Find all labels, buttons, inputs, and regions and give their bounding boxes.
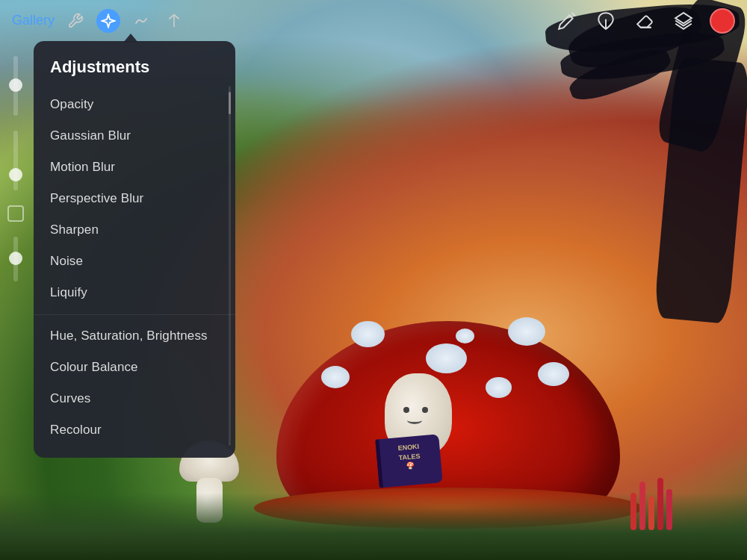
toolbar-left: Gallery (12, 9, 554, 33)
adjustment-item-curves[interactable]: Curves (34, 383, 235, 414)
panel-scrollbar-thumb[interactable] (229, 92, 231, 114)
adjustment-item-sharpen[interactable]: Sharpen (34, 214, 235, 246)
panel-scrollbar (229, 86, 231, 446)
toolbar: Gallery (0, 0, 747, 41)
adjustment-item-liquify[interactable]: Liquify (34, 277, 235, 308)
flowers (630, 478, 672, 530)
brush-size-slider[interactable] (13, 56, 18, 116)
transform-tool[interactable] (162, 9, 186, 33)
left-sidebar (0, 41, 31, 560)
opacity-slider[interactable] (13, 131, 18, 190)
eraser-tool[interactable] (632, 8, 657, 34)
book: ENOKITALES🍄 (375, 434, 442, 488)
adjustment-item-motion-blur[interactable]: Motion Blur (34, 152, 235, 183)
adjustments-tool[interactable] (96, 9, 120, 33)
pen-tool[interactable] (554, 8, 580, 34)
toolbar-right (554, 8, 735, 34)
wrench-tool[interactable] (63, 9, 87, 33)
smudge-tool[interactable] (129, 9, 153, 33)
svg-line-1 (572, 13, 575, 16)
adjustment-item-perspective-blur[interactable]: Perspective Blur (34, 183, 235, 214)
layers-tool[interactable] (671, 8, 696, 34)
panel-arrow (123, 34, 138, 43)
color-swatch[interactable] (710, 8, 735, 34)
adjustment-item-gaussian-blur[interactable]: Gaussian Blur (34, 120, 235, 152)
adjustments-panel: Adjustments OpacityGaussian BlurMotion B… (34, 41, 235, 458)
adjustment-item-noise[interactable]: Noise (34, 246, 235, 277)
adjustment-item-recolour[interactable]: Recolour (34, 414, 235, 446)
adjustment-item-hue-saturation-brightness[interactable]: Hue, Saturation, Brightness (34, 314, 235, 352)
adjustment-item-opacity[interactable]: Opacity (34, 89, 235, 120)
adjustment-items-container: OpacityGaussian BlurMotion BlurPerspecti… (34, 89, 235, 446)
flow-slider[interactable] (13, 237, 18, 281)
ink-tool[interactable] (593, 8, 619, 34)
panel-title: Adjustments (34, 57, 235, 89)
gallery-button[interactable]: Gallery (12, 13, 55, 28)
layer-visibility-checkbox[interactable] (7, 205, 24, 222)
adjustment-item-colour-balance[interactable]: Colour Balance (34, 352, 235, 383)
